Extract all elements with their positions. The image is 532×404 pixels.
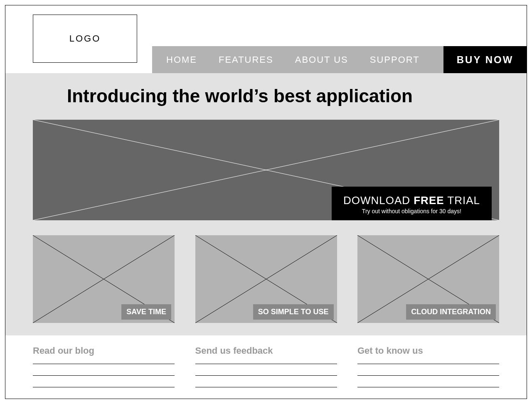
footer: Read our blog Send us feedback Get to kn… bbox=[5, 335, 527, 399]
text-line-placeholder bbox=[195, 387, 337, 399]
footer-col-about: Get to know us bbox=[357, 345, 499, 399]
header: LOGO HOME FEATURES ABOUT US SUPPORT BUY … bbox=[5, 5, 527, 73]
download-trial-button[interactable]: DOWNLOAD FREE TRIAL Try out without obli… bbox=[332, 187, 492, 220]
text-line-placeholder bbox=[357, 364, 499, 375]
nav-about[interactable]: ABOUT US bbox=[284, 46, 359, 73]
cta-suffix: TRIAL bbox=[444, 194, 480, 207]
text-line-placeholder bbox=[33, 364, 175, 375]
text-line-placeholder bbox=[195, 375, 337, 387]
footer-col-feedback: Send us feedback bbox=[195, 345, 337, 399]
hero-image-placeholder: DOWNLOAD FREE TRIAL Try out without obli… bbox=[33, 120, 499, 220]
text-line-placeholder bbox=[33, 375, 175, 387]
cta-title: DOWNLOAD FREE TRIAL bbox=[343, 194, 480, 207]
text-line-placeholder bbox=[33, 387, 175, 399]
logo[interactable]: LOGO bbox=[33, 15, 137, 63]
nav-features[interactable]: FEATURES bbox=[208, 46, 284, 73]
text-line-placeholder bbox=[357, 387, 499, 399]
nav-home[interactable]: HOME bbox=[152, 46, 208, 73]
cta-subtitle: Try out without obligations for 30 days! bbox=[343, 208, 480, 214]
hero-title: Introducing the world’s best application bbox=[33, 73, 499, 120]
cta-prefix: DOWNLOAD bbox=[343, 194, 414, 207]
text-line-placeholder bbox=[195, 364, 337, 375]
text-line-placeholder bbox=[357, 375, 499, 387]
nav-support[interactable]: SUPPORT bbox=[359, 46, 431, 73]
feature-cards: SAVE TIME SO SIMPLE TO USE CLOUD INTEGRA… bbox=[33, 235, 499, 323]
hero-section: Introducing the world’s best application… bbox=[5, 73, 527, 335]
card-label: SAVE TIME bbox=[121, 304, 171, 320]
nav-spacer bbox=[431, 46, 443, 73]
cta-bold: FREE bbox=[414, 194, 444, 207]
footer-title[interactable]: Send us feedback bbox=[195, 345, 337, 356]
card-label: CLOUD INTEGRATION bbox=[406, 304, 496, 320]
card-label: SO SIMPLE TO USE bbox=[253, 304, 334, 320]
main-nav: HOME FEATURES ABOUT US SUPPORT BUY NOW bbox=[152, 46, 527, 73]
buy-now-button[interactable]: BUY NOW bbox=[443, 46, 527, 73]
footer-title[interactable]: Read our blog bbox=[33, 345, 175, 356]
footer-col-blog: Read our blog bbox=[33, 345, 175, 399]
page-frame: LOGO HOME FEATURES ABOUT US SUPPORT BUY … bbox=[5, 5, 527, 399]
card-simple[interactable]: SO SIMPLE TO USE bbox=[195, 235, 337, 323]
footer-title[interactable]: Get to know us bbox=[357, 345, 499, 356]
card-save-time[interactable]: SAVE TIME bbox=[33, 235, 175, 323]
card-cloud[interactable]: CLOUD INTEGRATION bbox=[357, 235, 499, 323]
